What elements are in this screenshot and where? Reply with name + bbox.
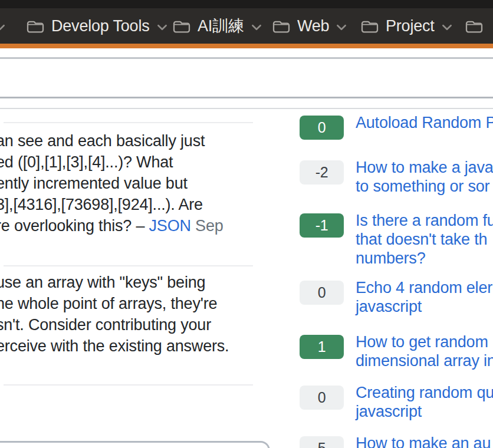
theme-accent-bar	[0, 44, 493, 48]
comment-divider	[4, 384, 253, 386]
vote-badge: -1	[300, 213, 344, 238]
chevron-down-icon	[336, 22, 347, 31]
related-question[interactable]: 1 How to get random dimensional array in	[300, 332, 493, 370]
question-link[interactable]: Is there a random fu that doesn't take t…	[356, 211, 493, 268]
question-title-line: Is there a random fu	[356, 211, 493, 230]
related-question[interactable]: -1 Is there a random fu that doesn't tak…	[300, 211, 493, 268]
folder-icon	[26, 19, 44, 34]
question-title-line: javascript	[356, 297, 492, 316]
comment-divider	[4, 265, 253, 266]
comment-text-line: ed ([0],[1],[3],[4]...)? What	[0, 151, 273, 173]
question-title-line: How to make a java	[356, 158, 493, 177]
vote-badge: -2	[300, 160, 344, 185]
bookmark-label: Web	[297, 17, 329, 35]
bookmark-label: AI訓練	[198, 15, 244, 37]
question-title-line: javascript	[356, 402, 493, 421]
folder-icon	[172, 19, 190, 34]
folder-icon	[272, 19, 290, 34]
bookmark-item-ai-training[interactable]: AI訓練	[172, 8, 262, 44]
related-question[interactable]: 5 How to make an au	[300, 434, 491, 448]
vote-badge: 1	[300, 335, 344, 359]
question-title-line: numbers?	[356, 249, 493, 268]
comment: an see and each basically just ed ([0],[…	[0, 130, 273, 236]
question-title-line: dimensional array in	[356, 351, 493, 370]
vote-badge: 0	[300, 116, 344, 140]
page-divider	[0, 108, 493, 109]
question-link[interactable]: How to get random dimensional array in	[356, 332, 493, 370]
vote-badge: 5	[300, 436, 344, 448]
chevron-down-icon	[0, 22, 5, 31]
comment-text-line: an see and each basically just	[0, 130, 273, 151]
bookmark-item-project[interactable]: Project	[360, 8, 452, 44]
page-divider	[0, 57, 493, 59]
question-link[interactable]: How to make a java to something or sor	[356, 158, 493, 196]
comment-text-line: re overlooking this? – JSON Sep	[0, 215, 273, 236]
bookmark-item-clipped-left[interactable]	[0, 8, 5, 44]
question-link[interactable]: Echo 4 random eler javascript	[356, 278, 492, 316]
bookmark-label: Project	[386, 17, 435, 35]
vote-badge: 0	[300, 281, 344, 305]
comment: use an array with "keys" being he whole …	[0, 272, 273, 357]
comment-text-line: he whole point of arrays, they're	[0, 293, 273, 314]
bookmark-item-clipped-right[interactable]	[465, 8, 483, 44]
question-link[interactable]: Creating random qu javascript	[356, 383, 493, 421]
question-title-line: Creating random qu	[356, 383, 493, 402]
vote-badge: 0	[300, 386, 344, 410]
question-title-line: Autoload Random P	[356, 113, 493, 132]
comment-text-line: 3],[4316],[73698],[924]...). Are	[0, 194, 273, 215]
bookmark-item-develop-tools[interactable]: Develop Tools	[26, 8, 167, 44]
comment-divider	[4, 122, 253, 123]
question-link[interactable]: How to make an au	[356, 434, 491, 448]
question-title-line: Echo 4 random eler	[356, 278, 492, 297]
chevron-down-icon	[157, 22, 167, 31]
comment-text-line: erceive with the existing answers.	[0, 335, 273, 357]
question-title-line: to something or sor	[356, 177, 493, 196]
comment-text-line: sn't. Consider contributing your	[0, 314, 273, 335]
question-title-line: How to get random	[356, 332, 493, 351]
chevron-down-icon	[251, 22, 262, 31]
chevron-down-icon	[442, 22, 452, 31]
related-question[interactable]: -2 How to make a java to something or so…	[300, 158, 493, 196]
comment-text-line: use an array with "keys" being	[0, 272, 273, 293]
folder-icon	[465, 19, 483, 34]
related-question[interactable]: 0 Creating random qu javascript	[300, 383, 493, 421]
folder-icon	[360, 19, 379, 34]
related-question[interactable]: 0 Echo 4 random eler javascript	[300, 278, 492, 316]
bookmark-label: Develop Tools	[51, 17, 150, 35]
comment-text-fragment: re overlooking this? –	[0, 217, 149, 235]
bookmark-item-web[interactable]: Web	[272, 8, 347, 44]
comment-text-line: ently incremented value but	[0, 173, 273, 194]
comment-date: Sep	[195, 217, 223, 235]
comment-author-link[interactable]: JSON	[149, 217, 191, 235]
bookmarks-bar: Develop Tools AI訓練 Web Project	[0, 8, 493, 44]
related-question[interactable]: 0 Autoload Random P	[300, 113, 493, 140]
window-top-strip	[0, 0, 493, 8]
question-link[interactable]: Autoload Random P	[356, 113, 493, 132]
comment-input-box[interactable]	[0, 441, 270, 448]
question-title-line: How to make an au	[356, 434, 491, 448]
page-divider	[0, 97, 493, 98]
question-title-line: that doesn't take th	[356, 230, 493, 249]
